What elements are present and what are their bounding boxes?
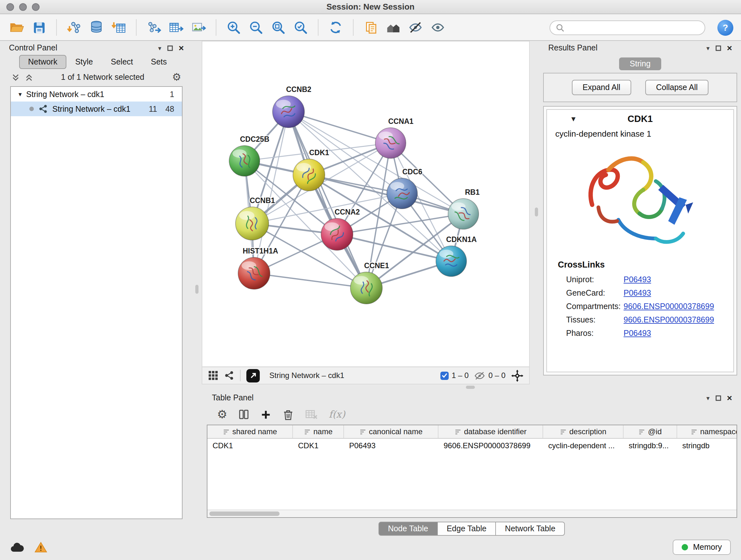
tab-edge-table[interactable]: Edge Table	[437, 522, 496, 536]
grid-mode-icon[interactable]	[208, 370, 218, 381]
table-row[interactable]: CDK1CDK1P064939606.ENSP00000378699cyclin…	[207, 439, 737, 452]
show-graphics-details-button[interactable]	[429, 18, 447, 37]
network-edge[interactable]	[288, 112, 366, 288]
table-cell[interactable]: CDK1	[207, 439, 293, 452]
crosslink-uniprot-[interactable]: P06493	[623, 275, 651, 284]
network-collection-row[interactable]: ▾ String Network – cdk1 1	[11, 87, 182, 102]
tab-sets[interactable]: Sets	[142, 55, 176, 69]
table-cell[interactable]: stringdb:9...	[623, 439, 677, 452]
hidden-eye-icon[interactable]	[475, 371, 485, 380]
float-panel-icon[interactable]	[716, 395, 721, 401]
help-button[interactable]: ?	[718, 19, 733, 36]
maximize-window-button[interactable]	[32, 3, 40, 11]
network-row[interactable]: String Network – cdk1 11 48	[11, 102, 182, 116]
network-canvas[interactable]: CCNB2CCNA1CDC25BCDK1CDC6RB1CCNB1CCNA2CDK…	[202, 42, 529, 384]
crosslink-genecard-[interactable]: P06493	[623, 288, 651, 297]
panel-menu-icon[interactable]: ▾	[158, 44, 161, 51]
table-cell[interactable]: stringdb	[677, 439, 737, 452]
tab-string[interactable]: String	[619, 57, 661, 70]
apply-layout-button[interactable]	[327, 18, 345, 37]
expand-all-button[interactable]: Expand All	[572, 80, 631, 95]
column-header-name[interactable]: name	[293, 425, 344, 438]
import-network-database-button[interactable]	[87, 18, 105, 37]
zoom-fit-button[interactable]	[269, 18, 287, 37]
table-cell[interactable]: 9606.ENSP00000378699	[439, 439, 543, 452]
collapse-all-icon[interactable]	[11, 73, 20, 81]
float-panel-icon[interactable]	[167, 45, 173, 51]
network-edge[interactable]	[337, 214, 463, 234]
column-header-namespace[interactable]: namespace	[677, 425, 737, 438]
splitter-handle[interactable]	[466, 386, 475, 389]
import-table-button[interactable]	[110, 18, 128, 37]
export-image-button[interactable]	[190, 18, 207, 37]
import-network-file-button[interactable]	[65, 18, 83, 37]
crosslink-compartments-[interactable]: 9606.ENSP00000378699	[623, 302, 714, 311]
float-panel-icon[interactable]	[716, 45, 721, 51]
birds-eye-crosshair-icon[interactable]	[511, 369, 523, 381]
search-input[interactable]	[568, 22, 699, 33]
close-panel-icon[interactable]: ×	[727, 393, 732, 402]
network-node-rb1[interactable]: RB1	[448, 188, 480, 229]
nodes-selected-checkbox[interactable]	[440, 371, 448, 380]
splitter-handle[interactable]	[535, 207, 538, 216]
collapse-all-button[interactable]: Collapse All	[645, 80, 709, 95]
table-cell[interactable]: CDK1	[293, 439, 344, 452]
zoom-selected-button[interactable]	[292, 18, 310, 37]
delete-column-icon[interactable]	[282, 408, 294, 421]
horizontal-scrollbar[interactable]	[207, 509, 737, 517]
network-overview-button[interactable]	[384, 18, 402, 37]
node-label: CDK1	[309, 148, 329, 157]
network-graph[interactable]: CCNB2CCNA1CDC25BCDK1CDC6RB1CCNB1CCNA2CDK…	[202, 42, 529, 367]
search-field[interactable]	[549, 20, 705, 35]
tab-style[interactable]: Style	[66, 55, 102, 69]
add-column-icon[interactable]	[260, 409, 271, 420]
column-header--id[interactable]: @id	[623, 425, 677, 438]
scrollbar-thumb[interactable]	[209, 511, 280, 516]
network-node-cdkn1a[interactable]: CDKN1A	[436, 235, 477, 276]
save-session-button[interactable]	[30, 18, 48, 37]
minimize-window-button[interactable]	[19, 3, 27, 11]
cloud-icon[interactable]	[10, 542, 24, 552]
disclosure-triangle-icon[interactable]: ▾	[18, 91, 22, 98]
collapse-gene-icon[interactable]: ▼	[570, 115, 577, 122]
memory-button[interactable]: Memory	[673, 540, 731, 555]
panel-menu-icon[interactable]: ▾	[706, 394, 710, 401]
table-cell[interactable]: cyclin-dependent ...	[543, 439, 623, 452]
detach-view-button[interactable]	[246, 369, 260, 382]
zoom-in-button[interactable]	[225, 18, 243, 37]
tab-node-table[interactable]: Node Table	[379, 522, 438, 536]
network-node-hist1h1a[interactable]: HIST1H1A	[238, 247, 278, 289]
export-table-button[interactable]	[167, 18, 185, 37]
tab-select[interactable]: Select	[102, 55, 142, 69]
crosslink-pharos-[interactable]: P06493	[623, 328, 651, 337]
column-header-database-identifier[interactable]: database identifier	[439, 425, 543, 438]
splitter-handle[interactable]	[195, 285, 199, 294]
panel-menu-icon[interactable]: ▾	[706, 44, 710, 51]
table-settings-gear-icon[interactable]: ⚙	[217, 409, 227, 420]
tab-network[interactable]: Network	[19, 55, 66, 69]
gear-icon[interactable]: ⚙	[172, 72, 181, 82]
show-columns-icon[interactable]	[238, 409, 250, 420]
zoom-out-button[interactable]	[247, 18, 265, 37]
network-node-ccna1[interactable]: CCNA1	[375, 117, 414, 159]
crosslink-tissues-[interactable]: 9606.ENSP00000378699	[623, 315, 714, 324]
expand-all-icon[interactable]	[25, 73, 33, 81]
column-header-description[interactable]: description	[543, 425, 623, 438]
toggle-graphics-details-button[interactable]	[407, 18, 424, 37]
open-session-button[interactable]	[8, 18, 25, 37]
network-mode-icon[interactable]	[224, 370, 234, 381]
table-cell[interactable]: P06493	[344, 439, 439, 452]
network-edge[interactable]	[254, 273, 366, 288]
network-node-cdc25b[interactable]: CDC25B	[229, 135, 269, 176]
network-edge[interactable]	[309, 175, 463, 214]
close-panel-icon[interactable]: ×	[179, 44, 184, 52]
column-header-shared-name[interactable]: shared name	[207, 425, 293, 438]
export-network-button[interactable]	[145, 18, 163, 37]
gene-card-header[interactable]: ▼ CDK1	[547, 110, 733, 127]
column-header-canonical-name[interactable]: canonical name	[344, 425, 439, 438]
copy-network-button[interactable]	[362, 18, 380, 37]
close-panel-icon[interactable]: ×	[727, 44, 732, 52]
tab-network-table[interactable]: Network Table	[495, 522, 565, 536]
close-window-button[interactable]	[6, 3, 14, 11]
warning-icon[interactable]	[35, 542, 47, 553]
